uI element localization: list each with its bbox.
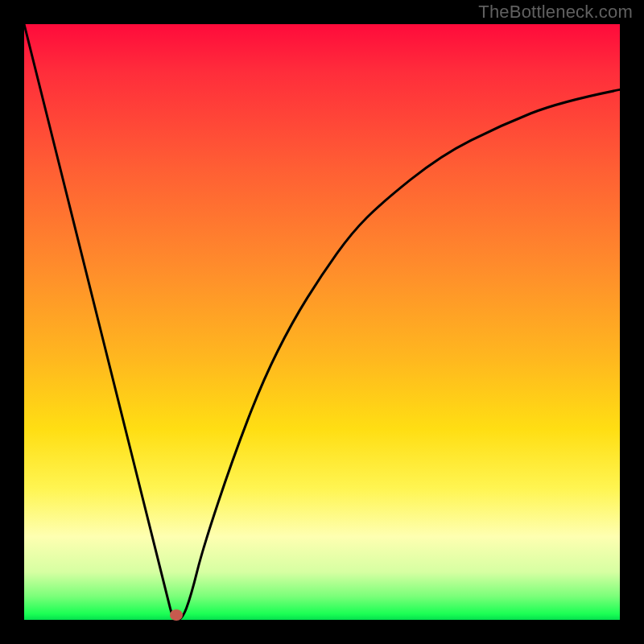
optimum-marker — [170, 609, 183, 621]
watermark-label: TheBottleneck.com — [478, 2, 633, 23]
bottleneck-curve — [24, 24, 620, 620]
plot-area — [24, 24, 620, 620]
chart-container: TheBottleneck.com — [0, 0, 644, 644]
